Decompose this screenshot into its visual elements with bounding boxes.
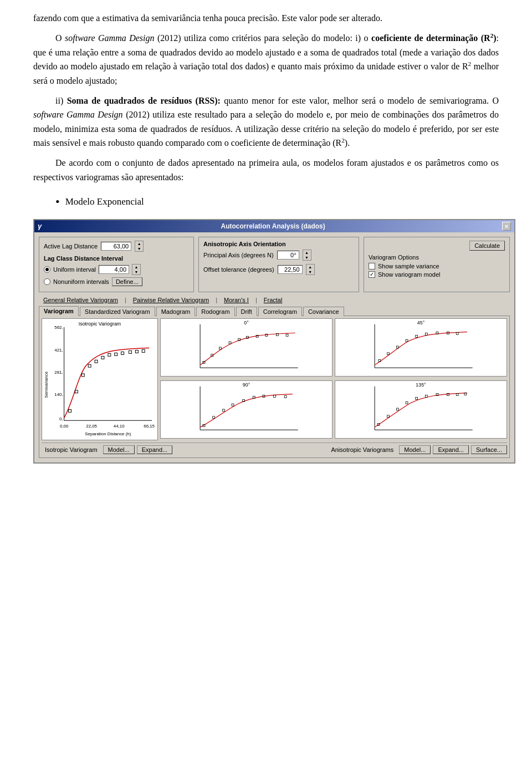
nonuniform-radio[interactable] xyxy=(44,278,50,285)
offset-value[interactable]: 22,50 xyxy=(278,265,303,274)
dialog-close-button[interactable]: × xyxy=(502,222,511,231)
principal-axis-down[interactable]: ▼ xyxy=(303,255,311,260)
svg-rect-19 xyxy=(115,353,117,355)
isotropic-model-button[interactable]: Model... xyxy=(103,445,135,454)
active-lag-label: Active Lag Distance xyxy=(44,243,98,250)
svg-text:Separation Distance (h): Separation Distance (h) xyxy=(85,431,131,436)
anisotropic-model-button[interactable]: Model... xyxy=(399,445,431,454)
uniform-value[interactable]: 4,00 xyxy=(99,265,129,274)
calculate-button[interactable]: Calculate xyxy=(469,241,505,251)
svg-rect-41 xyxy=(387,352,390,354)
svg-rect-18 xyxy=(108,353,111,356)
bottom-isotropic-label: Isotropic Variogram xyxy=(42,446,101,453)
tab-correlogram[interactable]: Correlogram xyxy=(258,307,302,316)
tab-general-relative[interactable]: General Relative Variogram xyxy=(39,296,122,304)
offset-tolerance-row: Offset tolerance (degrees) 22,50 ▲ ▼ xyxy=(203,264,354,275)
dialog-titlebar: γ Autocorrelation Analysis (dados) × xyxy=(34,220,514,232)
paragraph-2: O software Gamma Design (2012) utiliza c… xyxy=(33,31,499,88)
uniform-radio[interactable] xyxy=(44,266,50,273)
tab-variogram[interactable]: Variogram xyxy=(39,306,79,316)
show-model-row[interactable]: ✓ Show variogram model xyxy=(369,271,505,278)
show-sample-row[interactable]: Show sample variance xyxy=(369,263,505,269)
svg-text:22,05: 22,05 xyxy=(86,424,97,429)
define-button[interactable]: Define... xyxy=(112,277,142,286)
y-axis-label: Semivariance xyxy=(44,371,49,398)
principal-axis-spinner[interactable]: ▲ ▼ xyxy=(303,250,311,261)
charts-container: Isotropic Variogram Semivariance 562, 42… xyxy=(39,316,510,458)
tab-madogram[interactable]: Madogram xyxy=(156,307,196,316)
isotropic-chart-svg: Isotropic Variogram Semivariance 562, 42… xyxy=(42,319,157,440)
paragraph-3: ii) Soma de quadrados de resíduos (RSS):… xyxy=(33,94,499,151)
calculate-panel: Calculate Variogram Options Show sample … xyxy=(364,237,510,292)
active-lag-row: Active Lag Distance 63,00 ▲ ▼ xyxy=(44,241,189,252)
nonuniform-row[interactable]: Nonuniform intervals Define... xyxy=(44,277,189,286)
svg-rect-23 xyxy=(142,349,145,352)
svg-text:44,10: 44,10 xyxy=(114,424,125,429)
active-lag-spinner[interactable]: ▲ ▼ xyxy=(135,241,144,252)
tab-pairwise-relative[interactable]: Pairwise Relative Variogram xyxy=(129,296,213,304)
active-lag-down[interactable]: ▼ xyxy=(135,246,143,251)
offset-label: Offset tolerance (degrees) xyxy=(203,266,274,273)
svg-text:135°: 135° xyxy=(416,382,426,387)
offset-up[interactable]: ▲ xyxy=(306,264,314,269)
show-sample-checkbox[interactable] xyxy=(369,263,375,269)
svg-rect-36 xyxy=(286,334,288,336)
charts-top-row: 0° xyxy=(160,318,507,378)
svg-text:0,: 0, xyxy=(59,416,63,421)
svg-rect-54 xyxy=(222,409,224,411)
tab-standardized[interactable]: Standardized Variogram xyxy=(80,307,155,316)
uniform-down[interactable]: ▼ xyxy=(132,269,140,274)
active-lag-up[interactable]: ▲ xyxy=(135,241,143,246)
show-sample-label: Show sample variance xyxy=(378,263,439,269)
principal-axis-up[interactable]: ▲ xyxy=(303,250,311,255)
svg-rect-16 xyxy=(95,360,98,363)
svg-text:45°: 45° xyxy=(417,319,424,325)
offset-down[interactable]: ▼ xyxy=(306,269,314,274)
isotropic-expand-button[interactable]: Expand... xyxy=(137,445,172,454)
tab-drift[interactable]: Drift xyxy=(236,307,257,316)
dialog-title: Autocorrelation Analysis (dados) xyxy=(221,222,325,230)
paragraph-4: De acordo com o conjunto de dados aprese… xyxy=(33,156,499,184)
paragraph-1: fazendo com que a estimativa da semivari… xyxy=(33,11,499,26)
show-model-checkbox[interactable]: ✓ xyxy=(369,271,375,278)
offset-spinner[interactable]: ▲ ▼ xyxy=(306,264,315,275)
lag-settings-panel: Active Lag Distance 63,00 ▲ ▼ Lag Class … xyxy=(39,237,194,292)
chart-45deg-svg: 45° xyxy=(335,319,507,376)
svg-rect-14 xyxy=(81,374,84,377)
svg-rect-66 xyxy=(396,408,398,410)
lag-class-label: Lag Class Distance Interval xyxy=(44,255,189,262)
anisotropic-title: Anisotropic Axis Orientation xyxy=(203,241,354,247)
anisotropic-charts: 0° xyxy=(160,318,507,440)
chart-45deg: 45° xyxy=(335,318,507,377)
chart-0deg: 0° xyxy=(160,318,332,377)
svg-rect-67 xyxy=(406,401,408,404)
tab-rodogram[interactable]: Rodogram xyxy=(196,307,234,316)
bottom-anisotropic-label: Anisotropic Variograms xyxy=(328,446,397,453)
svg-rect-44 xyxy=(416,335,418,337)
bottom-bar: Isotropic Variogram Model... Expand... A… xyxy=(42,442,507,455)
tab-fractal[interactable]: Fractal xyxy=(259,296,287,304)
uniform-spinner[interactable]: ▲ ▼ xyxy=(132,264,141,275)
svg-rect-12 xyxy=(69,409,71,412)
chart-90deg-svg: 90° xyxy=(161,381,332,438)
active-lag-value[interactable]: 63,00 xyxy=(101,242,131,251)
svg-text:0°: 0° xyxy=(244,319,248,325)
tab-morans-i[interactable]: Moran's I xyxy=(219,296,253,304)
isotropic-chart: Isotropic Variogram Semivariance 562, 42… xyxy=(42,318,158,440)
anisotropic-surface-button[interactable]: Surface... xyxy=(471,445,507,454)
principal-axis-value[interactable]: 0° xyxy=(277,251,299,260)
svg-rect-20 xyxy=(121,352,124,354)
uniform-interval-row[interactable]: Uniform interval 4,00 ▲ ▼ xyxy=(44,264,189,275)
isotropic-title: Isotropic Variogram xyxy=(79,321,121,326)
charts-area: Isotropic Variogram Semivariance 562, 42… xyxy=(42,318,507,440)
bullet-modelo-exponencial: • Modelo Exponencial xyxy=(55,196,499,208)
svg-rect-55 xyxy=(232,404,234,406)
anisotropic-expand-button[interactable]: Expand... xyxy=(433,445,468,454)
tab-covariance[interactable]: Covariance xyxy=(303,307,344,316)
uniform-up[interactable]: ▲ xyxy=(132,264,140,269)
chart-90deg: 90° xyxy=(160,380,332,439)
svg-rect-68 xyxy=(416,397,418,399)
bullet-text: Modelo Exponencial xyxy=(65,196,144,207)
svg-rect-53 xyxy=(213,416,215,418)
nonuniform-label: Nonuniform intervals xyxy=(53,278,109,285)
